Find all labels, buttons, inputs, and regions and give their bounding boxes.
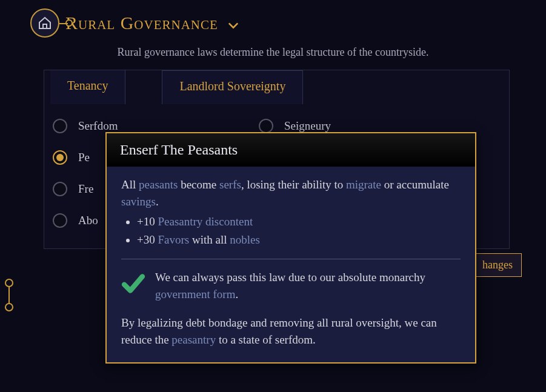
tab-landlord-sovereignty[interactable]: Landlord Sovereignty [162,70,303,104]
link-favors[interactable]: Favors [158,233,189,246]
radio-icon [53,119,67,133]
propose-changes-button[interactable]: hanges [473,253,522,277]
page-header: Rural Governance [0,0,546,38]
tab-tenancy[interactable]: Tenancy [50,70,125,104]
category-icon-badge [30,8,59,38]
page-subtitle: Rural governance laws determine the lega… [0,46,546,59]
option-label: Serfdom [78,119,118,133]
link-migrate[interactable]: migrate [346,178,381,191]
option-label: Fre [78,182,93,196]
tooltip-body: All peasants become serfs, losing their … [107,167,475,362]
bullet-favors: +30 Favors with all nobles [137,231,461,248]
page-title-text: Rural Governance [65,13,218,33]
radio-icon [53,150,67,165]
link-nobles[interactable]: nobles [230,233,260,246]
page-title[interactable]: Rural Governance [65,13,239,33]
option-label: Seigneury [284,119,331,133]
checkmark-icon [121,271,145,296]
house-icon [38,16,52,30]
chevron-down-icon [228,22,239,29]
requirement-text: We can always pass this law due to our a… [155,269,461,302]
divider [121,259,461,259]
link-peasants[interactable]: peasants [139,178,178,191]
tooltip-flavor-text: By legalizing debt bondage and removing … [121,314,461,348]
bullet-discontent: +10 Peasantry discontent [137,213,461,230]
tooltip-requirement: We can always pass this law due to our a… [121,269,461,302]
radio-icon [259,119,273,133]
law-tooltip: Enserf The Peasants All peasants become … [105,132,476,364]
radio-icon [53,182,67,196]
tab-row: Tenancy Landlord Sovereignty [44,70,509,104]
option-label: Pe [78,151,90,164]
link-savings[interactable]: savings [121,195,156,208]
tooltip-bullets: +10 Peasantry discontent +30 Favors with… [121,213,461,248]
tooltip-effect-text: All peasants become serfs, losing their … [121,176,461,210]
tooltip-title: Enserf The Peasants [107,133,475,167]
link-government-form[interactable]: government form [155,288,235,301]
link-peasantry[interactable]: peasantry [171,333,216,346]
radio-icon [53,213,67,228]
option-label: Abo [78,214,98,227]
decorative-ornament [5,279,23,315]
link-peasantry-discontent[interactable]: Peasantry discontent [158,215,253,228]
link-serfs[interactable]: serfs [219,178,241,191]
